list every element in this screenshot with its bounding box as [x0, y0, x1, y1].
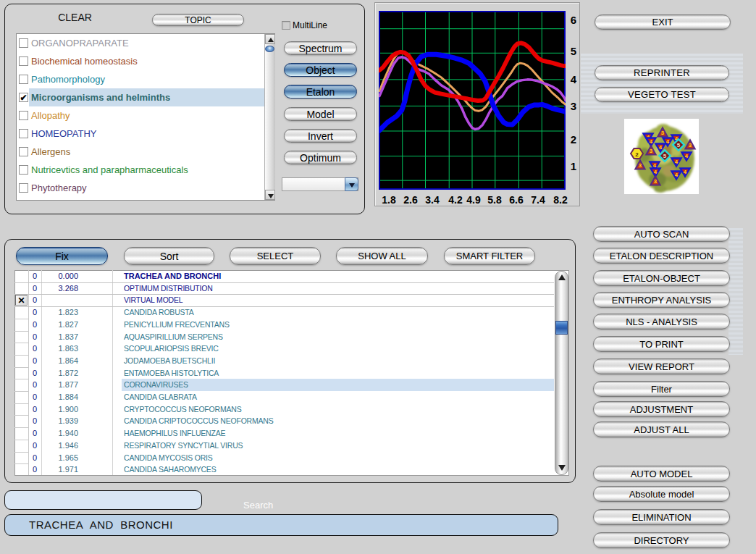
- svg-text:3: 3: [639, 162, 642, 169]
- svg-text:3: 3: [661, 130, 665, 136]
- svg-text:5: 5: [677, 142, 681, 148]
- svg-text:2: 2: [635, 151, 639, 158]
- svg-text:4: 4: [675, 159, 679, 165]
- svg-text:3: 3: [650, 148, 653, 154]
- svg-text:4: 4: [685, 153, 689, 159]
- svg-text:4: 4: [659, 144, 663, 151]
- svg-text:4: 4: [675, 172, 679, 178]
- svg-text:4: 4: [666, 138, 670, 145]
- svg-text:5: 5: [663, 153, 667, 159]
- svg-text:3: 3: [689, 142, 692, 148]
- svg-text:3: 3: [654, 178, 658, 185]
- svg-text:4: 4: [654, 169, 658, 175]
- svg-text:4: 4: [684, 169, 687, 175]
- svg-text:4: 4: [650, 138, 653, 145]
